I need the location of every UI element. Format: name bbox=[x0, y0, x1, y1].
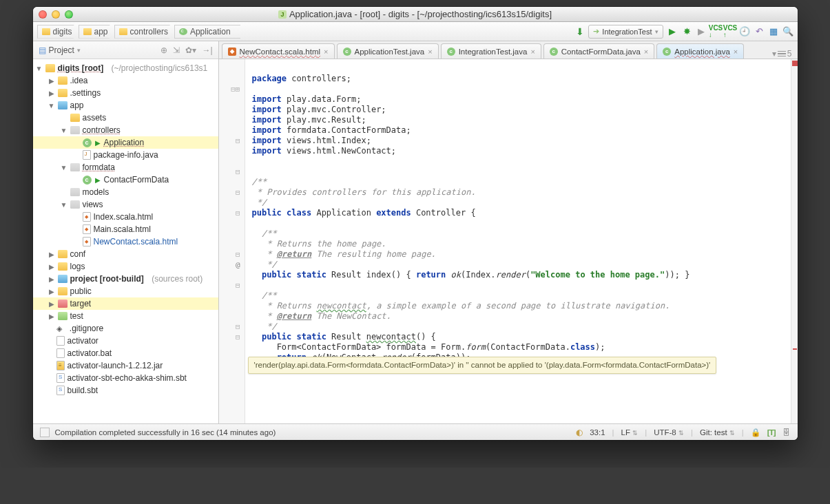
tree-item[interactable]: ContactFormData bbox=[104, 175, 169, 185]
close-tab-icon[interactable]: × bbox=[428, 48, 432, 56]
tree-item[interactable]: .settings bbox=[70, 88, 101, 98]
folder-icon bbox=[42, 28, 50, 35]
tab-applicationtest[interactable]: cApplicationTest.java× bbox=[337, 43, 439, 59]
tree-item[interactable]: target bbox=[70, 299, 92, 308]
tree-root[interactable]: digits [root] bbox=[58, 63, 104, 73]
main-split: ▤ Project ▾ ⊕ ⇲ ✿▾ →| ▼digits [root] (~/… bbox=[33, 41, 798, 423]
run-config-selector[interactable]: ➔ IntegrationTest ▾ bbox=[588, 25, 663, 39]
tree-toggle[interactable]: ▼ bbox=[61, 127, 68, 134]
tree-item[interactable]: conf bbox=[70, 249, 86, 259]
tab-contactformdata[interactable]: cContactFormData.java× bbox=[543, 43, 654, 59]
module-icon bbox=[45, 64, 55, 72]
tree-toggle[interactable]: ▼ bbox=[48, 102, 55, 109]
tree-item[interactable]: activator-launch-1.2.12.jar bbox=[68, 361, 163, 370]
tree-item[interactable]: .gitignore bbox=[70, 324, 103, 333]
tree-toggle[interactable]: ▼ bbox=[61, 201, 68, 209]
tab-integrationtest[interactable]: cIntegrationTest.java× bbox=[441, 43, 541, 59]
tree-toggle[interactable]: ▶ bbox=[48, 263, 55, 271]
tree-item[interactable]: build.sbt bbox=[68, 386, 98, 395]
tree-toggle[interactable]: ▶ bbox=[48, 251, 55, 258]
tab-application[interactable]: cApplication.java× bbox=[656, 43, 744, 59]
minimize-window-button[interactable] bbox=[52, 10, 60, 19]
caret-position[interactable]: 33:1 bbox=[590, 428, 605, 437]
code-area[interactable]: package controllers; import play.data.Fo… bbox=[245, 59, 798, 423]
gutter: ⊟⊞ ⊟ ⊟ ⊟ ⊟ ⊟ @ ⊟ ⊟ ⊟ bbox=[219, 59, 245, 423]
tree-item-selected[interactable]: Application bbox=[104, 138, 145, 147]
jar-file-icon bbox=[56, 361, 65, 370]
editor[interactable]: ⊟⊞ ⊟ ⊟ ⊟ ⊟ ⊟ @ ⊟ ⊟ ⊟ packa bbox=[219, 59, 798, 423]
ide-talk-icon[interactable]: [T] bbox=[767, 428, 776, 437]
tree-item[interactable]: logs bbox=[70, 262, 85, 271]
tree-item[interactable]: Index.scala.html bbox=[94, 212, 154, 222]
tree-item[interactable]: formdata bbox=[83, 162, 115, 172]
git-branch[interactable]: Git: test ⇅ bbox=[700, 428, 735, 437]
breadcrumb-application[interactable]: Application bbox=[174, 25, 240, 39]
zoom-window-button[interactable] bbox=[65, 10, 73, 19]
html-file-icon: ◆ bbox=[228, 48, 236, 56]
lock-icon[interactable]: 🔒 bbox=[751, 428, 760, 437]
tree-item[interactable]: project [root-build] bbox=[70, 274, 144, 284]
tree-toggle[interactable]: ▶ bbox=[48, 275, 55, 283]
search-icon[interactable]: 🔍 bbox=[783, 26, 793, 36]
tree-toggle[interactable]: ▶ bbox=[48, 90, 55, 97]
chevron-down-icon[interactable]: ▾ bbox=[77, 47, 81, 54]
hector-icon[interactable]: ◐ bbox=[576, 428, 583, 437]
project-structure-button[interactable]: ▦ bbox=[769, 26, 779, 36]
tree-toggle[interactable]: ▶ bbox=[48, 77, 55, 85]
tab-list-icon[interactable]: ▾5 bbox=[772, 49, 792, 59]
tree-item[interactable]: activator bbox=[68, 336, 98, 346]
vcs-update-button[interactable]: VCS↓ bbox=[711, 26, 721, 36]
tree-item[interactable]: controllers bbox=[83, 125, 121, 135]
tree-item[interactable]: assets bbox=[83, 113, 107, 123]
breadcrumb-controllers[interactable]: controllers bbox=[114, 25, 175, 39]
tree-item[interactable]: activator-sbt-echo-akka-shim.sbt bbox=[68, 373, 187, 383]
tree-item[interactable]: .idea bbox=[70, 76, 88, 85]
tree-item[interactable]: NewContact.scala.html bbox=[94, 237, 178, 246]
folder-icon bbox=[70, 114, 80, 122]
compile-down-icon[interactable]: ⬇︎ bbox=[576, 26, 584, 37]
error-mark[interactable] bbox=[793, 348, 797, 350]
tree-item[interactable]: test bbox=[70, 311, 83, 321]
error-indicator-icon bbox=[792, 61, 798, 66]
tree-toggle[interactable]: ▶ bbox=[48, 313, 55, 320]
close-tab-icon[interactable]: × bbox=[324, 48, 328, 56]
debug-button[interactable]: ✸ bbox=[682, 26, 692, 36]
tree-item[interactable]: models bbox=[83, 187, 110, 197]
tab-newcontact-html[interactable]: ◆NewContact.scala.html× bbox=[222, 43, 335, 59]
close-window-button[interactable] bbox=[39, 10, 47, 19]
breadcrumb-digits[interactable]: digits bbox=[37, 25, 79, 39]
undo-button[interactable]: ↶ bbox=[754, 26, 765, 36]
tree-item[interactable]: public bbox=[70, 286, 92, 296]
settings-gear-icon[interactable]: ✿▾ bbox=[185, 45, 196, 55]
coverage-button[interactable]: ▶ bbox=[696, 26, 707, 36]
tree-item[interactable]: app bbox=[70, 101, 84, 110]
breadcrumb-app[interactable]: app bbox=[79, 25, 115, 39]
tree-item[interactable]: views bbox=[83, 200, 103, 209]
tree-toggle[interactable]: ▼ bbox=[61, 164, 68, 171]
memory-indicator[interactable]: 🗄 bbox=[782, 428, 791, 437]
error-stripe[interactable] bbox=[791, 59, 798, 423]
tree-toggle[interactable]: ▶ bbox=[48, 288, 55, 295]
hide-tool-button[interactable]: →| bbox=[202, 45, 212, 55]
tree-item[interactable]: package-info.java bbox=[94, 150, 158, 160]
autoscroll-icon[interactable]: ⊕ bbox=[160, 45, 167, 55]
tree-toggle[interactable]: ▶ bbox=[48, 300, 55, 308]
file-encoding[interactable]: UTF-8 ⇅ bbox=[654, 428, 684, 437]
tree-item[interactable]: Main.scala.html bbox=[94, 224, 151, 234]
tree-item[interactable]: activator.bat bbox=[68, 348, 112, 358]
tree-toggle[interactable]: ▼ bbox=[36, 65, 43, 72]
tool-windows-toggle[interactable] bbox=[40, 428, 50, 437]
close-tab-icon[interactable]: × bbox=[644, 48, 648, 56]
vcs-commit-button[interactable]: VCS↑ bbox=[725, 26, 736, 36]
status-bar: Compilation completed successfully in 16… bbox=[33, 423, 798, 440]
line-separator[interactable]: LF ⇅ bbox=[621, 428, 639, 437]
run-button[interactable]: ▶ bbox=[667, 26, 678, 36]
close-tab-icon[interactable]: × bbox=[530, 48, 535, 56]
close-tab-icon[interactable]: × bbox=[734, 48, 738, 56]
html-file-icon bbox=[83, 224, 91, 234]
collapse-icon[interactable]: ⇲ bbox=[173, 45, 180, 55]
folder-icon bbox=[58, 76, 68, 85]
vcs-history-button[interactable]: 🕘 bbox=[740, 26, 750, 36]
editor-tabs: ◆NewContact.scala.html× cApplicationTest… bbox=[219, 41, 798, 59]
project-tree[interactable]: ▼digits [root] (~/projecthosting/ics613s… bbox=[33, 59, 218, 423]
